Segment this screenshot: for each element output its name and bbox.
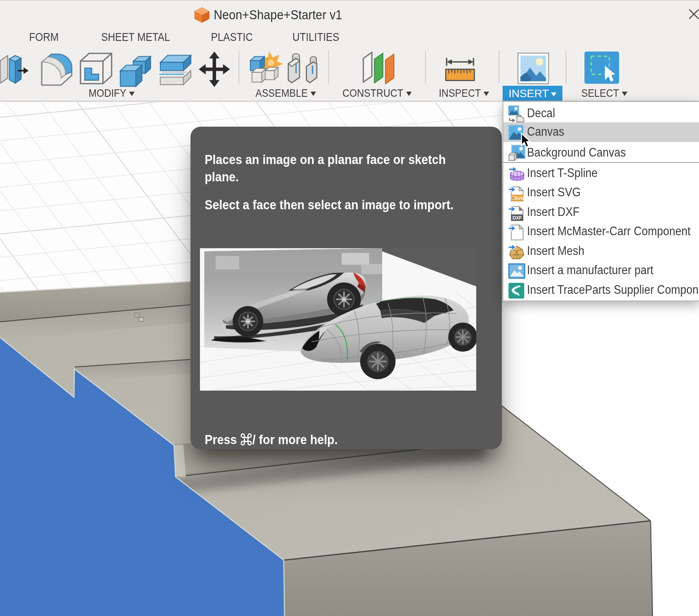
svg-text:SVG: SVG [515,196,524,201]
svg-text:DXF: DXF [512,215,522,221]
